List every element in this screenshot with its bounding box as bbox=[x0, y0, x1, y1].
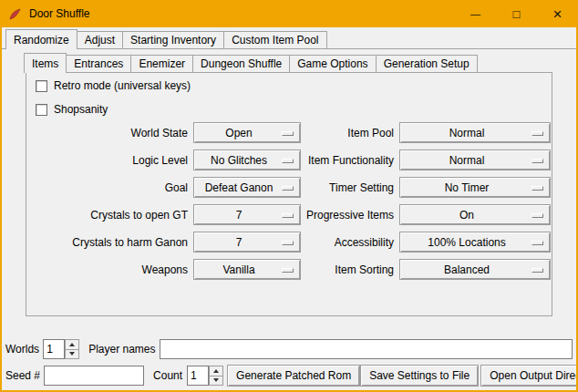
item-functionality-label: Item Functionality bbox=[306, 154, 394, 167]
arrow-down-icon bbox=[213, 378, 219, 382]
minimize-icon: — bbox=[470, 8, 480, 19]
crystals-harm-ganon-label: Crystals to harm Ganon bbox=[26, 236, 188, 249]
dropdown-indicator-icon bbox=[532, 268, 543, 273]
inner-tab-bar: Items Entrances Enemizer Dungeon Shuffle… bbox=[24, 53, 478, 72]
retro-mode-checkbox[interactable]: Retro mode (universal keys) bbox=[36, 78, 552, 93]
generate-patched-rom-button[interactable]: Generate Patched Rom bbox=[227, 365, 360, 387]
outer-tab-bar: Randomize Adjust Starting Inventory Cust… bbox=[5, 29, 576, 48]
dropdown-logic-level[interactable]: No Glitches bbox=[193, 150, 301, 170]
dropdown-crystals-open-gt-value: 7 bbox=[236, 209, 243, 222]
client-area: Randomize Adjust Starting Inventory Cust… bbox=[2, 27, 576, 390]
dropdown-weapons-value: Vanilla bbox=[222, 263, 254, 276]
save-settings-button[interactable]: Save Settings to File bbox=[360, 365, 479, 387]
tab-entrances[interactable]: Entrances bbox=[66, 55, 131, 72]
count-spinner-up[interactable] bbox=[209, 366, 223, 377]
worlds-label: Worlds bbox=[5, 343, 39, 356]
app-icon bbox=[8, 7, 22, 21]
tab-items[interactable]: Items bbox=[24, 53, 67, 73]
logic-level-label: Logic Level bbox=[26, 154, 188, 167]
seed-label: Seed # bbox=[5, 369, 40, 382]
dropdown-indicator-icon bbox=[282, 159, 294, 163]
close-button[interactable]: × bbox=[537, 0, 578, 27]
tab-game-options[interactable]: Game Options bbox=[289, 55, 376, 72]
worlds-spinner-down[interactable] bbox=[65, 350, 79, 360]
world-state-label: World State bbox=[26, 127, 188, 139]
dropdown-timer-setting[interactable]: No Timer bbox=[399, 177, 551, 198]
shopsanity-checkbox-box bbox=[36, 104, 47, 116]
count-spinner bbox=[187, 366, 223, 386]
timer-setting-label: Timer Setting bbox=[306, 181, 394, 194]
item-sorting-label: Item Sorting bbox=[306, 263, 394, 276]
dropdown-item-sorting[interactable]: Balanced bbox=[399, 259, 551, 280]
dropdown-item-pool-value: Normal bbox=[449, 127, 485, 139]
titlebar[interactable]: Door Shuffle — □ × bbox=[0, 0, 578, 27]
retro-mode-checkbox-box bbox=[36, 80, 47, 92]
dropdown-item-sorting-value: Balanced bbox=[444, 263, 490, 276]
tab-starting-inventory[interactable]: Starting Inventory bbox=[122, 31, 224, 48]
open-output-directory-button[interactable]: Open Output Directory bbox=[480, 365, 576, 387]
dropdown-indicator-icon bbox=[532, 159, 543, 163]
dropdown-weapons[interactable]: Vanilla bbox=[193, 259, 301, 280]
dropdown-item-pool[interactable]: Normal bbox=[399, 122, 551, 143]
arrow-down-icon bbox=[69, 352, 75, 356]
retro-mode-label: Retro mode (universal keys) bbox=[54, 79, 191, 92]
tab-enemizer[interactable]: Enemizer bbox=[130, 55, 193, 72]
dropdown-progressive-items-value: On bbox=[459, 209, 474, 222]
dropdown-indicator-icon bbox=[282, 186, 294, 191]
dropdown-indicator-icon bbox=[532, 131, 543, 136]
player-names-input[interactable] bbox=[160, 339, 573, 359]
arrow-up-icon bbox=[213, 369, 219, 373]
dropdown-item-functionality[interactable]: Normal bbox=[399, 150, 551, 170]
window-title: Door Shuffle bbox=[29, 7, 90, 20]
items-panel: Retro mode (universal keys) Shopsanity W… bbox=[26, 72, 552, 316]
weapons-label: Weapons bbox=[26, 263, 188, 276]
tab-generation-setup[interactable]: Generation Setup bbox=[376, 55, 478, 72]
close-icon: × bbox=[553, 6, 563, 22]
dropdown-indicator-icon bbox=[532, 241, 543, 245]
settings-grid: World State Open Item Pool Normal Logic … bbox=[26, 122, 552, 280]
worlds-spinner bbox=[43, 339, 79, 359]
maximize-button[interactable]: □ bbox=[496, 0, 537, 27]
accessibility-label: Accessibility bbox=[306, 236, 394, 249]
seed-row: Seed # Count Generate Patched Rom Save S… bbox=[5, 365, 573, 387]
dropdown-accessibility[interactable]: 100% Locations bbox=[399, 232, 551, 253]
dropdown-world-state-value: Open bbox=[225, 127, 252, 139]
worlds-spinner-input[interactable] bbox=[43, 339, 65, 359]
tab-custom-item-pool[interactable]: Custom Item Pool bbox=[223, 31, 326, 48]
dropdown-indicator-icon bbox=[282, 131, 294, 136]
window: Door Shuffle — □ × Randomize Adjust Star… bbox=[0, 0, 578, 392]
dropdown-timer-setting-value: No Timer bbox=[445, 181, 490, 194]
count-label: Count bbox=[153, 369, 182, 382]
tab-dungeon-shuffle[interactable]: Dungeon Shuffle bbox=[192, 55, 290, 72]
minimize-button[interactable]: — bbox=[455, 0, 496, 27]
tab-adjust[interactable]: Adjust bbox=[77, 31, 123, 48]
dropdown-crystals-open-gt[interactable]: 7 bbox=[193, 204, 301, 225]
dropdown-goal[interactable]: Defeat Ganon bbox=[193, 177, 301, 198]
dropdown-indicator-icon bbox=[532, 213, 543, 218]
count-spinner-buttons bbox=[209, 366, 223, 386]
dropdown-crystals-harm-ganon[interactable]: 7 bbox=[193, 232, 301, 253]
dropdown-world-state[interactable]: Open bbox=[193, 122, 301, 143]
dropdown-progressive-items[interactable]: On bbox=[399, 204, 551, 225]
worlds-spinner-up[interactable] bbox=[65, 339, 79, 350]
seed-input[interactable] bbox=[44, 366, 144, 386]
dropdown-item-functionality-value: Normal bbox=[449, 154, 485, 167]
dropdown-crystals-harm-ganon-value: 7 bbox=[236, 236, 243, 249]
dropdown-accessibility-value: 100% Locations bbox=[428, 236, 505, 249]
count-spinner-down[interactable] bbox=[209, 377, 223, 387]
item-pool-label: Item Pool bbox=[306, 127, 394, 139]
maximize-icon: □ bbox=[513, 7, 521, 21]
progressive-items-label: Progressive Items bbox=[306, 209, 394, 222]
dropdown-logic-level-value: No Glitches bbox=[211, 154, 267, 167]
count-spinner-input[interactable] bbox=[187, 366, 209, 386]
worlds-row: Worlds Player names bbox=[5, 339, 573, 359]
window-controls: — □ × bbox=[455, 0, 578, 27]
dropdown-indicator-icon bbox=[282, 213, 294, 218]
crystals-open-gt-label: Crystals to open GT bbox=[26, 209, 188, 222]
arrow-up-icon bbox=[69, 343, 75, 346]
dropdown-goal-value: Defeat Ganon bbox=[205, 181, 274, 194]
shopsanity-checkbox[interactable]: Shopsanity bbox=[36, 102, 552, 117]
dropdown-indicator-icon bbox=[282, 241, 294, 245]
worlds-spinner-buttons bbox=[65, 339, 79, 359]
tab-randomize[interactable]: Randomize bbox=[5, 29, 77, 49]
